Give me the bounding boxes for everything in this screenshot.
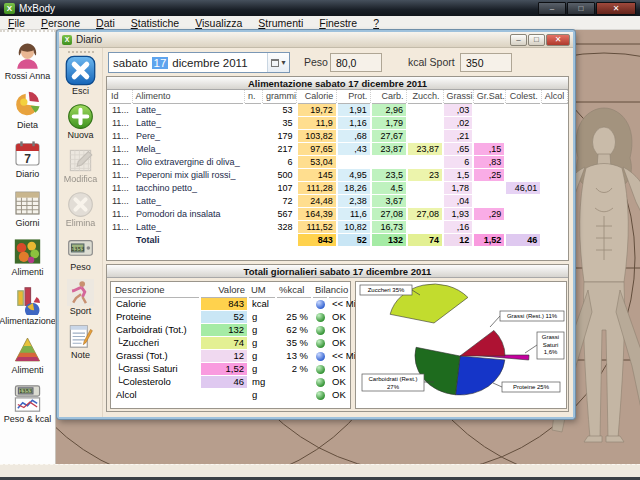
pie-label-carboidrati-rest: Carboidrati (Rest.) [368,376,417,382]
food-table-row[interactable]: 11...Pomodori da insalata567164,3911,627… [108,207,568,220]
food-table-row[interactable]: 11...Mela_21797,65,4323,8723,87,65,15 [108,142,568,155]
sport-button[interactable]: Sport [67,279,94,316]
diario-window-title: Diario [76,34,102,45]
pie-label-proteine: Proteine 25% [513,384,550,390]
notes-icon [67,323,94,350]
sidebar-item-alimentazione[interactable]: Alimentazione [0,286,55,326]
nuova-button[interactable]: Nuova [67,103,94,140]
peso-button[interactable]: 1353Peso [67,235,94,272]
date-month-year: dicembre 2011 [168,57,251,69]
delete-icon [67,191,94,218]
menu-item-statistiche[interactable]: Statistiche [123,16,187,30]
food-table-row[interactable]: 11...Latte_328111,5210,8216,73,16 [108,220,568,233]
calendar-7-icon: 7 [13,139,42,168]
scale-chart-icon: 1353 [13,384,42,413]
summary-row-grassi-tot: Grassi (Tot.)12g13 %<< Minimo [112,349,349,362]
diario-toolbar: EsciNuovaModificaElimina1353PesoSportNot… [59,48,103,417]
minimize-button[interactable]: – [538,2,566,15]
elimina-button[interactable]: Elimina [66,191,96,228]
fruits-icon [13,237,42,266]
bilancio-text: OK [328,388,349,401]
diario-maximize-button[interactable]: □ [528,34,545,46]
sidebar: Rossi AnnaDieta7DiarioGiorniAlimentiAlim… [0,30,56,464]
kcal-sport-label: kcal Sport [408,56,455,68]
ok-status-icon [316,313,325,322]
food-col-grsat[interactable]: Gr.Sat. [473,90,505,103]
food-table-row[interactable]: 11...Latte_3511,91,161,79,02 [108,116,568,129]
food-col-calorie[interactable]: Calorie [297,90,337,103]
ok-status-icon [316,391,325,400]
new-icon [67,103,94,130]
sidebar-item-alimenti[interactable]: Alimenti [0,237,55,277]
calendar-dropdown-button[interactable]: ▾ [267,53,289,72]
menu-item-[interactable]: ? [365,16,387,30]
pie-chart-box: GrassiSaturi1,6%Proteine 25%Carboidrati … [355,281,567,409]
modifica-button[interactable]: Modifica [64,147,98,184]
sidebar-item-giorni[interactable]: Giorni [0,188,55,228]
pyramid-icon [13,335,42,364]
food-table-row[interactable]: 11...Latte_7224,482,383,67,04 [108,194,568,207]
svg-text:1353: 1353 [71,246,85,252]
menu-item-persone[interactable]: Persone [33,16,88,30]
menu-item-visualizza[interactable]: Visualizza [187,16,250,30]
food-col-n[interactable]: n. [244,90,262,103]
summary-row-proteine: Proteine52g25 %OK [112,310,349,323]
food-table-row[interactable]: 11...Latte_5319,721,912,96,03 [108,103,568,116]
food-panel-title: Alimentazione sabato 17 dicembre 2011 [107,77,568,90]
peso-value-field[interactable]: 80,0 [330,53,382,72]
bilancio-text: << Minimo [328,349,349,362]
food-col-carb[interactable]: Carb. [371,90,407,103]
summary-table-box: DescrizioneValoreUM%kcalBilancioCalorie8… [110,281,351,409]
food-table-row[interactable]: 11...Pere_179103,82,6827,67,21 [108,129,568,142]
food-col-alimento[interactable]: Alimento [132,90,244,103]
food-table-row[interactable]: 11...tacchino petto_107111,2818,264,51,7… [108,181,568,194]
note-button[interactable]: Note [67,323,94,360]
food-col-alcol[interactable]: Alcol [541,90,567,103]
diario-window-icon: X [62,35,72,45]
app-title: MxBody [19,3,55,14]
food-col-colest[interactable]: Colest. [505,90,541,103]
maximize-button[interactable]: □ [567,2,595,15]
diario-close-button[interactable]: ✕ [546,34,570,46]
sidebar-item-alimenti[interactable]: Alimenti [0,335,55,375]
date-picker[interactable]: sabato 17 dicembre 2011 ▾ [108,52,290,73]
food-table-row[interactable]: 11...Olio extravergine di oliva_653,046,… [108,155,568,168]
totals-panel-title: Totali giornalieri sabato 17 dicembre 20… [107,265,568,278]
sidebar-item-diario[interactable]: 7Diario [0,139,55,179]
food-col-grammi[interactable]: grammi [262,90,296,103]
macro-pie-chart: GrassiSaturi1,6%Proteine 25%Carboidrati … [356,282,566,408]
exit-icon [65,55,96,86]
app-logo-icon: X [4,3,15,14]
esci-button[interactable]: Esci [65,55,96,96]
bilancio-text: OK [328,336,349,349]
food-col-prot[interactable]: Prot. [337,90,371,103]
food-col-zucch[interactable]: Zucch. [407,90,443,103]
food-table-row[interactable]: 11...Peperoni mix gialli rossi_5001454,9… [108,168,568,181]
sidebar-item-peso-kcal[interactable]: 1353Peso & kcal [0,384,55,424]
date-row: sabato 17 dicembre 2011 ▾ Peso 80,0 kcal… [108,52,571,74]
bilancio-text: OK [328,323,349,336]
sidebar-item-dieta[interactable]: Dieta [0,90,55,130]
kcal-sport-value-field[interactable]: 350 [460,53,512,72]
pie-slice-proteine [456,356,505,395]
food-col-id[interactable]: Id [108,90,132,103]
date-day-selected[interactable]: 17 [152,57,169,69]
edit-icon [67,147,94,174]
pie-label-grassi-saturi: 1,6% [544,349,558,355]
menu-item-finestre[interactable]: Finestre [311,16,365,30]
bilancio-text: OK [328,362,349,375]
menu-item-dati[interactable]: Dati [88,16,123,30]
summary-row-colesterolo: └Colesterolo46mgOK [112,375,349,388]
summary-row-carboidrati-tot: Carboidrati (Tot.)132g62 %OK [112,323,349,336]
menu-bar: FilePersoneDatiStatisticheVisualizzaStru… [0,16,640,30]
diario-title-bar[interactable]: X Diario – □ ✕ [59,32,573,48]
food-col-grassi[interactable]: Grassi [443,90,473,103]
pie-label-grassi-saturi: Grassi [542,334,559,340]
app-window: X MxBody – □ ✕ FilePersoneDatiStatistich… [0,0,640,480]
menu-item-file[interactable]: File [0,16,33,30]
close-button[interactable]: ✕ [596,2,636,15]
food-table: IdAlimenton.grammiCalorieProt.Carb.Zucch… [107,90,568,247]
diario-minimize-button[interactable]: – [510,34,527,46]
sidebar-item-rossi-anna[interactable]: Rossi Anna [0,41,55,81]
menu-item-strumenti[interactable]: Strumenti [250,16,311,30]
